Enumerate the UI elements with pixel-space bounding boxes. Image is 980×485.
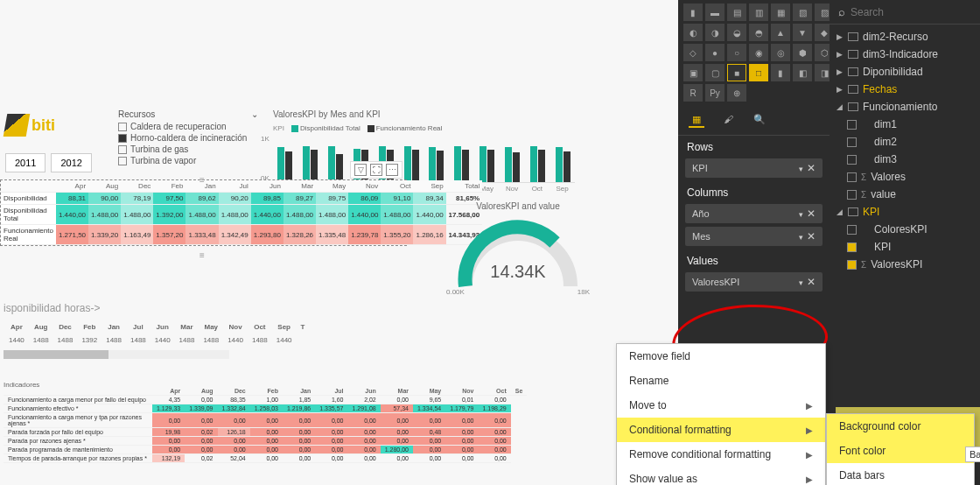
row-field-kpi[interactable]: KPI▾✕ (685, 158, 822, 178)
viz-type-icon[interactable]: ○ (727, 44, 746, 61)
resize-handle-icon[interactable] (200, 175, 208, 184)
viz-type-icon[interactable]: ⊕ (727, 84, 746, 102)
format-tab-icon[interactable]: 🖌 (720, 112, 736, 128)
indicadores-table[interactable]: AprAugDecFebJanJulJunMarMayNovOctSeFunci… (4, 387, 527, 463)
remove-icon[interactable]: ✕ (807, 276, 816, 288)
ctx-item[interactable]: Conditional formatting▶ (617, 418, 825, 442)
year-2011-button[interactable]: 2011 (5, 153, 46, 172)
field-node[interactable]: ColoresKPI (831, 221, 978, 238)
chevron-right-icon[interactable]: ▶ (836, 67, 844, 76)
filter-icon[interactable]: ▽ (354, 164, 367, 176)
ctx-item[interactable]: Move to▶ (617, 393, 825, 418)
viz-type-icon[interactable]: ◇ (683, 44, 703, 61)
field-node[interactable]: ΣValoresKPI (831, 256, 978, 273)
chevron-down-icon[interactable]: ▾ (799, 165, 803, 173)
checkbox-icon[interactable] (847, 190, 857, 200)
col-field-ano[interactable]: Año▾✕ (685, 204, 822, 223)
field-node[interactable]: Σvalue (831, 186, 978, 203)
viz-type-icon[interactable]: ▢ (705, 64, 724, 81)
recurso-option[interactable]: Turbina de gas (118, 144, 258, 155)
viz-type-icon[interactable]: ● (705, 44, 724, 61)
viz-type-icon[interactable]: ▬ (705, 4, 724, 21)
checkbox-icon[interactable] (847, 155, 857, 165)
viz-type-icon[interactable]: ◉ (749, 44, 768, 61)
checkbox-icon[interactable] (847, 242, 857, 252)
submenu-item[interactable]: Data bars (827, 463, 974, 485)
viz-type-icon[interactable]: ▦ (771, 4, 790, 21)
chevron-down-icon[interactable]: ▾ (799, 233, 803, 242)
checkbox-icon[interactable] (847, 260, 857, 270)
chevron-down-icon[interactable]: ◢ (836, 102, 844, 111)
chevron-down-icon[interactable]: ◢ (836, 207, 844, 216)
resize-handle-icon[interactable]: ≡ (200, 250, 205, 260)
remove-icon[interactable]: ✕ (807, 230, 816, 242)
viz-type-icon[interactable]: R (683, 84, 703, 102)
submenu-item[interactable]: Font color (827, 439, 974, 463)
table-node[interactable]: ◢Funcionamiento (831, 98, 978, 116)
viz-type-icon[interactable]: □ (749, 64, 768, 81)
table-node[interactable]: ▶dim3-Indicadore (831, 46, 978, 63)
viz-type-icon[interactable]: ◑ (705, 24, 724, 41)
fields-tab-icon[interactable]: ▦ (689, 112, 704, 128)
checkbox-icon[interactable] (847, 120, 857, 130)
analytics-tab-icon[interactable]: 🔍 (752, 112, 767, 128)
ctx-item[interactable]: Remove conditional formatting▶ (617, 442, 825, 467)
remove-icon[interactable]: ✕ (807, 162, 816, 174)
table-node[interactable]: ▶Fechas (831, 81, 978, 98)
field-node[interactable]: dim3 (831, 151, 978, 168)
viz-type-icon[interactable]: ▣ (683, 64, 703, 81)
checkbox-icon[interactable] (847, 172, 857, 182)
table-node[interactable]: ▶Diponibilidad (831, 63, 978, 81)
recurso-option[interactable]: Turbina de vapor (118, 155, 258, 166)
viz-type-icon[interactable]: ▤ (727, 4, 746, 21)
checkbox-icon[interactable] (847, 225, 857, 235)
chevron-down-icon[interactable]: ⌄ (251, 109, 258, 119)
viz-type-icon[interactable]: ◐ (683, 24, 703, 41)
viz-type-icon[interactable]: ▮ (683, 4, 703, 21)
recurso-option[interactable]: Caldera de recuperacion (118, 121, 258, 132)
viz-type-icon[interactable]: Py (705, 84, 724, 102)
checkbox-icon[interactable] (847, 137, 857, 147)
checkbox-icon[interactable] (118, 123, 127, 131)
viz-type-icon[interactable]: ■ (727, 64, 746, 81)
table-node[interactable]: ◢KPI (831, 203, 978, 221)
matrix-visual-selected[interactable]: ▽ ⛶ ⋯ AprAugDecFebJanJulJunMarMayNovOctS… (0, 179, 407, 246)
recurso-option[interactable]: Horno-caldera de incineración (118, 132, 258, 144)
checkbox-icon[interactable] (118, 134, 127, 143)
submenu-item[interactable]: Background color (827, 414, 974, 439)
gauge-visual[interactable]: ValoresKPI and value 14.34K 0.00K 18K (430, 201, 606, 296)
field-node[interactable]: dim1 (831, 116, 978, 133)
chevron-down-icon[interactable]: ▾ (799, 278, 803, 287)
ctx-item[interactable]: Remove field (617, 344, 825, 369)
col-field-mes[interactable]: Mes▾✕ (685, 227, 822, 246)
viz-type-icon[interactable]: ◒ (727, 24, 746, 41)
viz-type-icon[interactable]: ◓ (749, 24, 768, 41)
viz-type-icon[interactable]: ▼ (793, 24, 812, 41)
viz-type-icon[interactable]: ◧ (793, 64, 812, 81)
more-icon[interactable]: ⋯ (386, 164, 398, 176)
viz-type-icon[interactable]: ⬢ (793, 44, 812, 61)
year-2012-button[interactable]: 2012 (51, 153, 91, 172)
ctx-item[interactable]: Rename (617, 369, 825, 393)
viz-type-icon[interactable]: ◎ (771, 44, 790, 61)
viz-type-icon[interactable]: ▲ (771, 24, 790, 41)
checkbox-icon[interactable] (118, 145, 127, 154)
value-field-valoreskpi[interactable]: ValoresKPI▾✕ (685, 272, 822, 292)
horizontal-scrollbar[interactable] (4, 350, 229, 359)
field-node[interactable]: KPI (831, 238, 978, 256)
focus-icon[interactable]: ⛶ (370, 164, 382, 176)
search-input[interactable] (850, 6, 956, 18)
viz-type-icon[interactable]: ▥ (749, 4, 768, 21)
viz-type-icon[interactable]: ▧ (793, 4, 812, 21)
viz-type-icon[interactable]: ▮ (771, 64, 790, 81)
chevron-right-icon[interactable]: ▶ (836, 50, 844, 59)
field-node[interactable]: dim2 (831, 133, 978, 151)
chevron-right-icon[interactable]: ▶ (836, 85, 844, 94)
disp-matrix[interactable]: AprAugDecFebJanJulJunMarMayNovOctSepT144… (4, 320, 310, 348)
checkbox-icon[interactable] (118, 157, 127, 165)
remove-icon[interactable]: ✕ (807, 207, 816, 220)
ctx-item[interactable]: Show value as▶ (617, 467, 825, 485)
table-node[interactable]: ▶dim2-Recurso (831, 28, 978, 46)
chevron-down-icon[interactable]: ▾ (799, 210, 803, 219)
field-node[interactable]: ΣValores (831, 168, 978, 186)
